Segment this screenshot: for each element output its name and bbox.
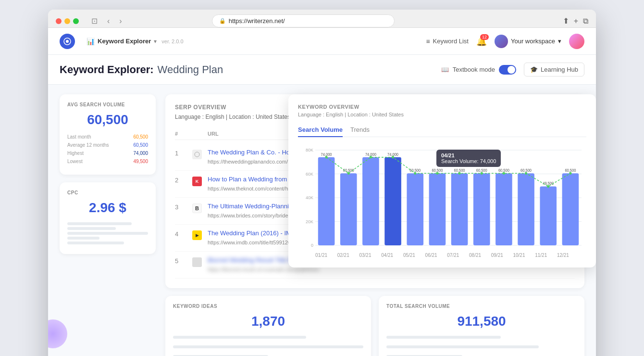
page-title-bold: Keyword Explorer:: [60, 64, 154, 76]
ts-skel-2: [386, 345, 539, 348]
skeleton-3: [67, 232, 148, 235]
svg-rect-27: [473, 173, 490, 245]
svg-rect-33: [540, 186, 557, 245]
textbook-toggle-switch[interactable]: [499, 65, 516, 75]
ts-skel-1: [386, 336, 501, 339]
mortarboard-icon: 🎓: [530, 66, 538, 73]
workspace-chevron-icon: ▾: [558, 38, 561, 45]
browser-actions: ⬆ + ⧉: [563, 16, 588, 25]
skeleton-5: [67, 242, 124, 244]
tab-search-volume[interactable]: Search Volume: [298, 123, 343, 137]
address-bar[interactable]: 🔒 https://writerzen.net/: [212, 14, 395, 27]
browser-chrome: ⊡ ‹ › 🔒 https://writerzen.net/ ⬆ + ⧉: [48, 10, 596, 28]
x-label-3: 03/21: [359, 253, 371, 258]
keyword-list-link[interactable]: ≡ Keyword List: [426, 38, 469, 45]
sidebar-toggle-button[interactable]: ⊡: [88, 15, 100, 26]
tab-trends[interactable]: Trends: [350, 123, 370, 137]
svg-rect-21: [407, 173, 423, 245]
app-navbar: 📊 Keyword Explorer ▾ ver. 2.0.0 ≡ Keywor…: [48, 28, 596, 55]
svg-text:20K: 20K: [306, 218, 314, 224]
tool-version: ver. 2.0.0: [161, 38, 183, 44]
serp-url-1: https://theweddingplanandco.com/: [208, 159, 288, 165]
svg-point-2: [195, 152, 199, 157]
page-title: Keyword Explorer: Wedding Plan: [60, 64, 223, 76]
new-tab-button[interactable]: +: [574, 17, 578, 25]
svg-point-37: [325, 156, 328, 159]
bottom-cards-row: KEYWORD IDEAS 1,870 TOTAL SEARCH VOLUME: [165, 296, 584, 356]
svg-text:0: 0: [311, 242, 313, 248]
serp-favicon-5: [192, 257, 202, 267]
forward-button[interactable]: ›: [116, 16, 124, 26]
page-header: Keyword Explorer: Wedding Plan 📖 Textboo…: [48, 55, 596, 85]
svg-point-46: [525, 172, 527, 175]
learning-hub-label: Learning Hub: [541, 66, 578, 73]
close-button[interactable]: [56, 18, 62, 24]
serp-num-1: 1: [175, 149, 186, 157]
cpc-value: 2.96 $: [67, 200, 148, 216]
svg-text:60K: 60K: [306, 171, 314, 177]
svg-point-45: [503, 172, 505, 175]
stat-val-highest: 74,000: [133, 151, 148, 156]
stat-label-avg12: Average 12 months: [67, 142, 109, 148]
svg-point-40: [392, 156, 394, 159]
stat-val-last-month: 60,500: [133, 134, 148, 140]
notifications-button[interactable]: 🔔 12: [476, 36, 487, 47]
ki-skel-1: [173, 336, 306, 339]
list-icon: ≡: [426, 38, 430, 45]
serp-favicon-1: [192, 150, 202, 159]
svg-text:40K: 40K: [306, 195, 314, 201]
serp-num-4: 4: [175, 229, 186, 238]
serp-num-3: 3: [175, 203, 186, 211]
traffic-lights: [56, 18, 79, 24]
app-container: 📊 Keyword Explorer ▾ ver. 2.0.0 ≡ Keywor…: [48, 28, 596, 356]
stat-label-lowest: Lowest: [67, 159, 83, 164]
workspace-button[interactable]: Your workspace ▾: [495, 35, 561, 48]
keyword-ideas-title: KEYWORD IDEAS: [173, 304, 363, 309]
svg-rect-13: [318, 157, 335, 245]
user-avatar[interactable]: [569, 34, 584, 49]
x-label-7: 07/21: [447, 253, 459, 258]
svg-point-39: [370, 156, 372, 159]
workspace-label: Your workspace: [511, 38, 555, 45]
avg-sv-title: AVG SEARCH VOLUME: [67, 102, 148, 107]
total-search-card: TOTAL SEARCH VOLUME 911,580: [379, 296, 584, 356]
svg-point-38: [347, 172, 350, 175]
x-label-6: 06/21: [425, 253, 437, 258]
window-button[interactable]: ⧉: [583, 17, 588, 25]
kw-ov-tabs: Search Volume Trends: [298, 123, 586, 137]
keyword-list-label: Keyword List: [433, 38, 469, 45]
cpc-card: CPC 2.96 $: [60, 182, 156, 254]
chart-x-labels: 01/21 02/21 03/21 04/21 05/21 06/21 07/2…: [298, 251, 586, 258]
x-label-11: 11/21: [535, 253, 547, 258]
avg-sv-value: 60,500: [67, 112, 148, 127]
textbook-mode-label: Textbook mode: [453, 66, 495, 73]
browser-window: ⊡ ‹ › 🔒 https://writerzen.net/ ⬆ + ⧉ 📊: [48, 10, 596, 356]
learning-hub-button[interactable]: 🎓 Learning Hub: [524, 63, 584, 76]
svg-rect-15: [340, 173, 357, 245]
share-button[interactable]: ⬆: [563, 16, 569, 25]
stat-lowest: Lowest 49,500: [67, 159, 148, 164]
stat-highest: Highest 74,000: [67, 151, 148, 156]
tool-selector[interactable]: 📊 Keyword Explorer ▾ ver. 2.0.0: [83, 36, 187, 47]
serp-num-2: 2: [175, 176, 186, 184]
stat-val-avg12: 60,500: [133, 142, 148, 148]
stat-avg-12: Average 12 months 60,500: [67, 142, 148, 148]
textbook-mode-toggle[interactable]: 📖 Textbook mode: [441, 65, 516, 75]
minimize-button[interactable]: [64, 18, 70, 24]
avg-search-volume-card: AVG SEARCH VOLUME 60,500 Last month 60,5…: [60, 94, 156, 175]
svg-rect-25: [451, 173, 468, 245]
app-logo: [60, 34, 75, 49]
x-label-12: 12/21: [557, 253, 569, 258]
back-button[interactable]: ‹: [104, 16, 112, 26]
skeleton-4: [67, 237, 99, 240]
svg-rect-31: [518, 173, 534, 245]
svg-rect-17: [362, 157, 379, 245]
ki-skel-2: [173, 345, 363, 348]
svg-rect-35: [562, 173, 579, 245]
serp-favicon-4: ▶: [192, 230, 202, 240]
serp-col-num: #: [175, 131, 186, 137]
svg-rect-23: [429, 173, 446, 245]
svg-rect-29: [495, 173, 512, 245]
maximize-button[interactable]: [73, 18, 79, 24]
lock-icon: 🔒: [219, 18, 226, 24]
